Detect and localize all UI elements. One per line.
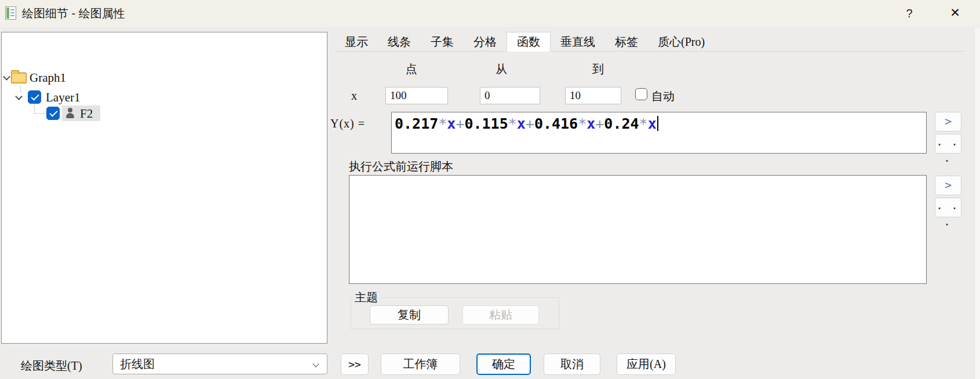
- formula-token: 0.115: [464, 115, 508, 132]
- plot-symbol-icon: [65, 107, 75, 119]
- text-caret: [657, 116, 658, 131]
- chevron-down-icon[interactable]: [16, 94, 21, 100]
- tree-connector: [34, 113, 46, 114]
- theme-legend: 主题: [352, 290, 380, 305]
- help-button[interactable]: ?: [892, 0, 926, 27]
- paste-button[interactable]: 粘贴: [462, 305, 539, 325]
- formula-token: *: [508, 115, 517, 132]
- formula-more-button[interactable]: . . .: [935, 134, 961, 154]
- tree-panel: Graph1 Layer1 F2: [1, 32, 327, 344]
- formula-token: +: [456, 115, 464, 132]
- layer1-checkbox[interactable]: [28, 90, 41, 104]
- app-icon: [5, 6, 16, 20]
- tree-connector: [20, 86, 21, 93]
- tree-connector: [34, 103, 35, 114]
- plot-type-value: 折线图: [120, 358, 155, 370]
- tree-label-graph1: Graph1: [30, 71, 66, 85]
- formula-token: *: [578, 115, 586, 132]
- tab-分格[interactable]: 分格: [464, 33, 507, 51]
- tab-线条[interactable]: 线条: [378, 33, 421, 51]
- f2-checkbox[interactable]: [46, 107, 60, 120]
- col-header-from: 从: [496, 61, 507, 77]
- formula-token: 0.416: [534, 115, 578, 132]
- window-titlebar: 绘图细节 - 绘图属性 ? ✕: [0, 0, 980, 27]
- tab-子集[interactable]: 子集: [421, 33, 464, 51]
- formula-token: x: [648, 115, 657, 132]
- formula-token: x: [586, 115, 595, 132]
- window-title: 绘图细节 - 绘图属性: [22, 0, 125, 27]
- apply-button[interactable]: 应用(A): [617, 354, 676, 375]
- formula-input[interactable]: 0.217*x+0.115*x+0.416*x+0.24*x: [391, 112, 927, 154]
- tab-bar: 显示线条子集分格函数垂直线标签质心(Pro): [335, 33, 966, 52]
- col-header-to: 到: [592, 61, 604, 77]
- plot-type-label: 绘图类型(T): [21, 358, 82, 374]
- yx-label: Y(x) =: [330, 117, 365, 130]
- col-header-points: 点: [406, 61, 417, 77]
- ok-button[interactable]: 确定: [476, 354, 531, 375]
- folder-icon: [11, 72, 27, 83]
- tab-函数[interactable]: 函数: [507, 32, 551, 52]
- formula-token: +: [595, 115, 604, 132]
- script-expand-button[interactable]: >: [935, 176, 961, 195]
- tab-显示[interactable]: 显示: [335, 33, 378, 51]
- tree-label-f2: F2: [80, 107, 93, 121]
- formula-token: 0.217: [395, 115, 438, 132]
- close-icon[interactable]: ✕: [935, 0, 975, 27]
- from-input[interactable]: [480, 87, 540, 104]
- to-input[interactable]: [565, 87, 621, 104]
- workbook-button[interactable]: 工作簿: [381, 354, 460, 375]
- auto-checkbox[interactable]: [635, 88, 647, 100]
- plot-type-select[interactable]: 折线图: [112, 354, 327, 374]
- formula-token: x: [517, 115, 526, 132]
- auto-label: 自动: [651, 89, 675, 104]
- formula-token: 0.24: [604, 115, 639, 132]
- script-more-button[interactable]: . . .: [935, 198, 961, 217]
- tab-质心(Pro)[interactable]: 质心(Pro): [648, 33, 715, 51]
- chevron-down-icon: [314, 362, 319, 367]
- tree-label-layer1: Layer1: [46, 90, 80, 105]
- tab-标签[interactable]: 标签: [605, 33, 648, 51]
- formula-expand-button[interactable]: >: [935, 112, 961, 132]
- footer-expand-button[interactable]: >>: [341, 354, 369, 375]
- x-row-label: x: [351, 89, 357, 103]
- formula-token: *: [639, 115, 648, 132]
- script-label: 执行公式前运行脚本: [349, 159, 453, 174]
- copy-button[interactable]: 复制: [370, 305, 449, 325]
- formula-token: +: [526, 115, 534, 132]
- formula-token: x: [447, 115, 456, 132]
- formula-token: *: [438, 115, 447, 132]
- points-input[interactable]: [385, 87, 448, 104]
- script-textarea[interactable]: [349, 175, 927, 284]
- cancel-button[interactable]: 取消: [544, 354, 600, 375]
- right-edge-strip: [974, 28, 980, 379]
- chevron-down-icon[interactable]: [3, 74, 9, 80]
- tab-垂直线[interactable]: 垂直线: [551, 33, 605, 51]
